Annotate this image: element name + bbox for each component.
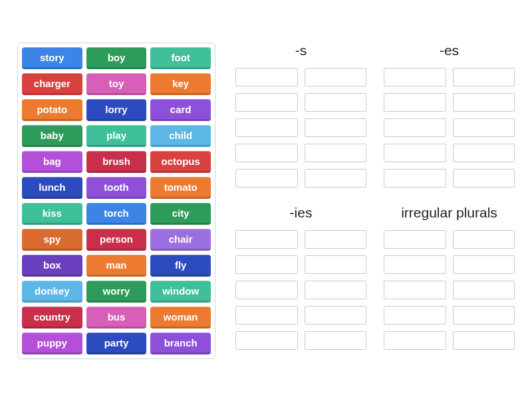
word-tile[interactable]: card <box>150 99 211 121</box>
game-container: storyboyfootchargertoykeypotatolorrycard… <box>0 0 532 359</box>
word-tile[interactable]: child <box>150 125 211 147</box>
drop-slot[interactable] <box>453 118 515 137</box>
drop-slot[interactable] <box>305 169 367 188</box>
drop-slot[interactable] <box>305 230 367 249</box>
drop-slot[interactable] <box>384 331 446 350</box>
category: -ies <box>235 205 366 359</box>
drop-slot[interactable] <box>305 144 367 162</box>
drop-slot[interactable] <box>453 255 515 274</box>
word-tile[interactable]: lorry <box>86 99 147 121</box>
drop-slot[interactable] <box>453 93 515 112</box>
drop-slot[interactable] <box>235 68 298 86</box>
drop-slot[interactable] <box>235 281 298 299</box>
word-tile[interactable]: party <box>86 332 147 354</box>
word-tile[interactable]: country <box>22 307 82 329</box>
word-tile[interactable]: story <box>22 47 82 69</box>
drop-slot[interactable] <box>235 230 298 249</box>
drop-targets-grid: -s-es-iesirregular plurals <box>235 43 515 359</box>
drop-slot[interactable] <box>384 68 446 86</box>
drop-slot[interactable] <box>384 306 446 325</box>
drop-slot[interactable] <box>384 93 446 112</box>
drop-slot[interactable] <box>305 331 367 350</box>
category-title: -ies <box>290 205 313 221</box>
drop-slot[interactable] <box>305 255 367 274</box>
category: irregular plurals <box>384 205 515 359</box>
category-slots <box>384 230 515 350</box>
word-tile[interactable]: tomato <box>150 177 211 199</box>
word-tile[interactable]: fly <box>150 255 211 277</box>
word-tile[interactable]: worry <box>86 281 147 303</box>
drop-slot[interactable] <box>305 93 367 112</box>
drop-slot[interactable] <box>453 169 515 188</box>
word-tile[interactable]: woman <box>150 307 211 329</box>
word-tile[interactable]: person <box>86 229 147 251</box>
category-slots <box>235 68 366 188</box>
drop-slot[interactable] <box>453 68 515 86</box>
word-tile[interactable]: lunch <box>22 177 82 199</box>
word-tile[interactable]: charger <box>22 73 82 95</box>
word-tile[interactable]: baby <box>22 125 82 147</box>
word-tile[interactable]: kiss <box>22 203 82 225</box>
word-tile[interactable]: toy <box>86 73 147 95</box>
word-tile[interactable]: bus <box>86 307 147 329</box>
drop-slot[interactable] <box>384 169 446 188</box>
drop-slot[interactable] <box>305 68 367 86</box>
word-tile[interactable]: bag <box>22 151 82 173</box>
drop-slot[interactable] <box>453 281 515 299</box>
drop-slot[interactable] <box>235 118 298 137</box>
drop-slot[interactable] <box>305 281 367 299</box>
drop-slot[interactable] <box>453 144 515 162</box>
drop-slot[interactable] <box>235 93 298 112</box>
word-tile[interactable]: spy <box>22 229 82 251</box>
drop-slot[interactable] <box>235 169 298 188</box>
drop-slot[interactable] <box>235 255 298 274</box>
category-slots <box>384 68 515 188</box>
word-tile[interactable]: branch <box>150 332 211 354</box>
word-tile[interactable]: potato <box>22 99 82 121</box>
drop-slot[interactable] <box>453 331 515 350</box>
word-tile[interactable]: brush <box>86 151 147 173</box>
word-tile[interactable]: boy <box>86 47 147 69</box>
word-tile[interactable]: city <box>150 203 211 225</box>
drop-slot[interactable] <box>235 331 298 350</box>
category-title: -es <box>440 43 459 59</box>
drop-slot[interactable] <box>453 230 515 249</box>
word-tile[interactable]: man <box>86 255 147 277</box>
word-tile[interactable]: donkey <box>22 281 82 303</box>
word-tile[interactable]: box <box>22 255 82 277</box>
category-title: -s <box>295 43 307 59</box>
drop-slot[interactable] <box>384 144 446 162</box>
word-tile[interactable]: torch <box>86 203 147 225</box>
source-word-panel: storyboyfootchargertoykeypotatolorrycard… <box>17 43 215 359</box>
drop-slot[interactable] <box>305 118 367 137</box>
drop-slot[interactable] <box>384 281 446 299</box>
category-title: irregular plurals <box>401 205 497 221</box>
word-tile[interactable]: tooth <box>86 177 147 199</box>
drop-slot[interactable] <box>384 230 446 249</box>
word-tile[interactable]: foot <box>150 47 211 69</box>
drop-slot[interactable] <box>235 306 298 325</box>
drop-slot[interactable] <box>384 255 446 274</box>
word-tile[interactable]: window <box>150 281 211 303</box>
category-slots <box>235 230 366 350</box>
word-tile[interactable]: chair <box>150 229 211 251</box>
category: -s <box>235 43 366 197</box>
drop-slot[interactable] <box>453 306 515 325</box>
drop-slot[interactable] <box>235 144 298 162</box>
word-tile[interactable]: puppy <box>22 332 82 354</box>
word-tile[interactable]: octopus <box>150 151 211 173</box>
drop-slot[interactable] <box>384 118 446 137</box>
drop-slot[interactable] <box>305 306 367 325</box>
category: -es <box>384 43 515 197</box>
word-tile[interactable]: play <box>86 125 147 147</box>
word-tile[interactable]: key <box>150 73 211 95</box>
